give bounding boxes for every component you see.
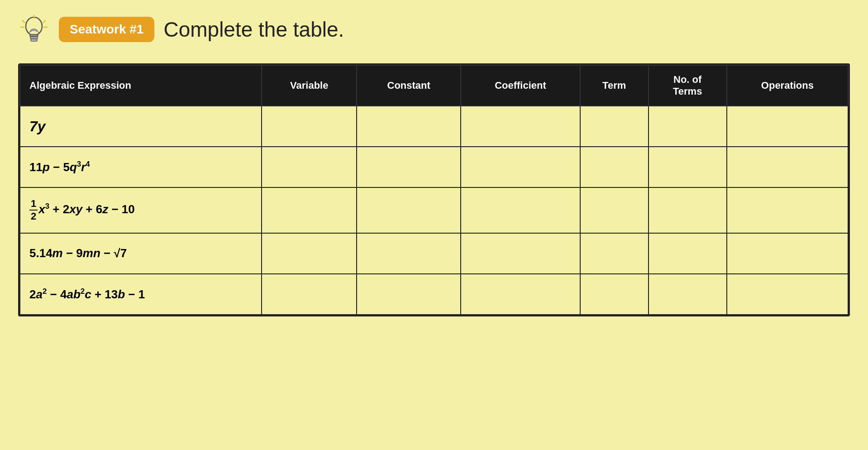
col-header-constant: Constant — [357, 65, 461, 106]
col-header-coefficient: Coefficient — [461, 65, 580, 106]
variable-cell — [262, 106, 357, 147]
page-header: Seatwork #1 Complete the table. — [18, 14, 850, 45]
col-header-expression: Algebraic Expression — [20, 65, 262, 106]
operations-cell — [727, 147, 848, 187]
variable-cell — [262, 187, 357, 233]
expression-cell: 7y — [20, 106, 262, 147]
expression-cell: 2a2 − 4ab2c + 13b − 1 — [20, 274, 262, 315]
main-table-container: Algebraic Expression Variable Constant C… — [18, 63, 850, 316]
variable-cell — [262, 274, 357, 315]
no-of-terms-cell — [649, 147, 727, 187]
lightbulb-icon — [18, 14, 50, 45]
operations-cell — [727, 274, 848, 315]
operations-cell — [727, 233, 848, 274]
coefficient-cell — [461, 233, 580, 274]
variable-cell — [262, 233, 357, 274]
constant-cell — [357, 106, 461, 147]
coefficient-cell — [461, 106, 580, 147]
col-header-variable: Variable — [262, 65, 357, 106]
operations-cell — [727, 106, 848, 147]
seatwork-badge: Seatwork #1 — [59, 17, 154, 42]
constant-cell — [357, 147, 461, 187]
svg-line-4 — [23, 20, 24, 23]
svg-point-0 — [26, 17, 42, 35]
operations-cell — [727, 187, 848, 233]
expression-cell: 12x3 + 2xy + 6z − 10 — [20, 187, 262, 233]
variable-cell — [262, 147, 357, 187]
svg-line-6 — [43, 20, 45, 23]
no-of-terms-cell — [649, 274, 727, 315]
col-header-term: Term — [580, 65, 649, 106]
constant-cell — [357, 233, 461, 274]
coefficient-cell — [461, 147, 580, 187]
no-of-terms-cell — [649, 187, 727, 233]
term-cell — [580, 147, 649, 187]
table-row: 7y — [20, 106, 848, 147]
header-instruction: Complete the table. — [163, 17, 344, 42]
table-row: 12x3 + 2xy + 6z − 10 — [20, 187, 848, 233]
term-cell — [580, 106, 649, 147]
no-of-terms-cell — [649, 233, 727, 274]
constant-cell — [357, 187, 461, 233]
table-row: 2a2 − 4ab2c + 13b − 1 — [20, 274, 848, 315]
col-header-operations: Operations — [727, 65, 848, 106]
expression-cell: 5.14m − 9mn − √7 — [20, 233, 262, 274]
term-cell — [580, 274, 649, 315]
table-row: 11p − 5q3r4 — [20, 147, 848, 187]
coefficient-cell — [461, 187, 580, 233]
coefficient-cell — [461, 274, 580, 315]
term-cell — [580, 233, 649, 274]
algebraic-expressions-table: Algebraic Expression Variable Constant C… — [19, 65, 849, 315]
no-of-terms-cell — [649, 106, 727, 147]
table-row: 5.14m − 9mn − √7 — [20, 233, 848, 274]
table-header-row: Algebraic Expression Variable Constant C… — [20, 65, 848, 106]
svg-rect-3 — [31, 39, 37, 41]
constant-cell — [357, 274, 461, 315]
expression-cell: 11p − 5q3r4 — [20, 147, 262, 187]
term-cell — [580, 187, 649, 233]
col-header-no-of-terms: No. ofTerms — [649, 65, 727, 106]
